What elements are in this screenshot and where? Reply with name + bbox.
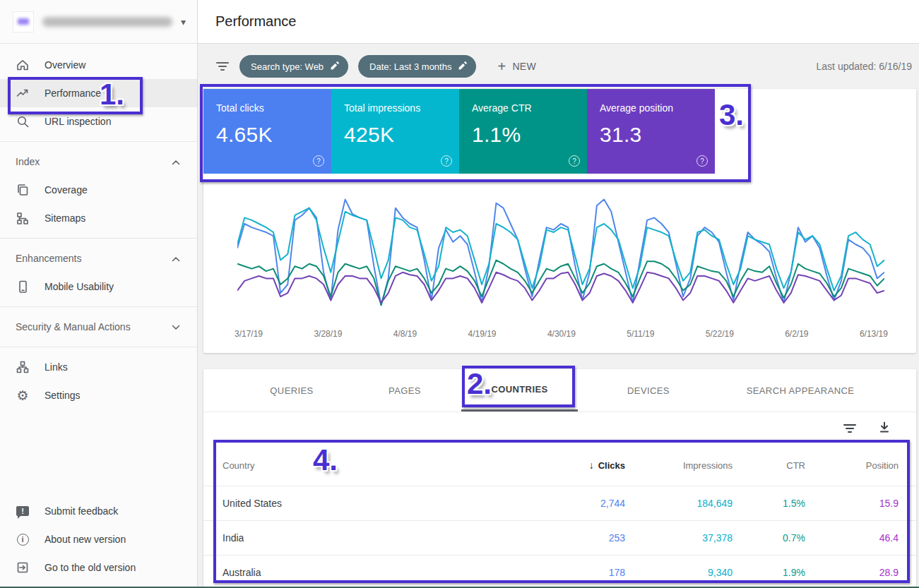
x-tick: 4/8/19: [393, 329, 417, 339]
feedback-icon: !: [16, 504, 30, 518]
help-icon[interactable]: ?: [441, 155, 452, 167]
sidebar: ▾ Overview Performance URL inspection: [0, 0, 198, 588]
sidebar-divider: [0, 306, 197, 307]
cell-position: 28.9: [805, 567, 899, 578]
tab-pages[interactable]: PAGES: [348, 369, 461, 412]
date-range-chip[interactable]: Date: Last 3 months: [358, 55, 476, 78]
chart-x-axis-labels: 3/17/19 3/28/19 4/8/19 4/19/19 4/30/19 5…: [235, 329, 888, 339]
new-label: NEW: [512, 61, 536, 72]
table-row-india[interactable]: India 253 37,378 0.7% 46.4: [203, 521, 916, 556]
sidebar-item-label: Links: [45, 361, 68, 373]
content: Total clicks 4.65K ? Total impressions 4…: [198, 89, 919, 588]
x-tick: 3/28/19: [314, 329, 342, 339]
table-row-australia[interactable]: Australia 178 9,340 1.9% 28.9: [203, 556, 916, 588]
average-position-card[interactable]: Average position 31.3 ?: [587, 89, 715, 174]
metric-summary-row: Total clicks 4.65K ? Total impressions 4…: [203, 89, 916, 174]
sidebar-item-about-new-version[interactable]: i About new version: [0, 525, 197, 553]
cell-country: Australia: [223, 567, 519, 578]
tab-devices[interactable]: DEVICES: [578, 369, 719, 412]
average-ctr-card[interactable]: Average CTR 1.1% ?: [459, 89, 587, 174]
search-type-chip[interactable]: Search type: Web: [239, 55, 348, 78]
tab-countries[interactable]: COUNTRIES: [461, 369, 578, 412]
sidebar-section-enhancements[interactable]: Enhancements: [0, 244, 197, 272]
sidebar-item-label: Settings: [45, 390, 81, 401]
property-selector[interactable]: ▾: [0, 0, 197, 44]
sidebar-item-url-inspection[interactable]: URL inspection: [0, 107, 197, 136]
column-header-clicks-sorted[interactable]: ↓Clicks: [519, 460, 625, 471]
home-icon: [16, 58, 30, 72]
x-tick: 5/22/19: [706, 329, 734, 339]
sidebar-item-label: Go to the old version: [45, 562, 136, 573]
sidebar-item-settings[interactable]: ⚙ Settings: [0, 381, 197, 409]
sidebar-item-label: Coverage: [45, 184, 88, 196]
sidebar-item-mobile-usability[interactable]: Mobile Usability: [0, 272, 197, 301]
cell-country: United States: [223, 498, 519, 509]
sidebar-item-label: Submit feedback: [45, 505, 118, 517]
sidebar-section-security-manual-actions[interactable]: Security & Manual Actions: [0, 313, 197, 341]
metric-label: Average CTR: [472, 102, 587, 114]
cell-position: 15.9: [805, 498, 899, 509]
help-icon[interactable]: ?: [696, 155, 708, 167]
coverage-pages-icon: [16, 183, 30, 197]
page-title: Performance: [215, 13, 297, 30]
new-filter-button[interactable]: + NEW: [497, 59, 536, 73]
total-impressions-card[interactable]: Total impressions 425K ?: [331, 89, 459, 174]
cell-ctr: 0.7%: [733, 532, 805, 544]
sidebar-divider: [0, 238, 197, 239]
section-label: Security & Manual Actions: [16, 321, 131, 332]
help-icon[interactable]: ?: [313, 155, 324, 167]
sidebar-bottom: ! Submit feedback i About new version Go…: [0, 497, 197, 582]
cell-clicks: 2,744: [519, 498, 625, 509]
table-filter-icon[interactable]: [843, 424, 857, 433]
sidebar-item-overview[interactable]: Overview: [0, 51, 197, 79]
pencil-edit-icon[interactable]: [458, 61, 468, 73]
last-updated-text: Last updated: 6/16/19: [817, 61, 913, 72]
sidebar-item-coverage[interactable]: Coverage: [0, 176, 197, 204]
cell-position: 46.4: [805, 532, 899, 544]
metric-label: Total impressions: [344, 102, 459, 114]
column-header-country[interactable]: Country: [223, 460, 519, 471]
plus-icon: +: [497, 59, 506, 73]
sidebar-item-label: About new version: [45, 534, 126, 545]
page-header: Performance: [198, 0, 919, 44]
sidebar-item-performance[interactable]: Performance: [0, 79, 197, 107]
column-header-impressions[interactable]: Impressions: [625, 460, 733, 471]
sidebar-item-label: Sitemaps: [45, 212, 85, 224]
metric-value: 425K: [344, 123, 459, 147]
sidebar-item-submit-feedback[interactable]: ! Submit feedback: [0, 497, 197, 525]
cell-impressions: 184,649: [625, 498, 733, 509]
section-label: Enhancements: [16, 253, 81, 264]
cell-clicks: 253: [519, 532, 625, 544]
sidebar-section-index[interactable]: Index: [0, 148, 197, 176]
chip-label: Search type: Web: [251, 61, 324, 72]
sidebar-item-label: Mobile Usability: [45, 281, 114, 292]
dimensions-table-card: QUERIES PAGES COUNTRIES DEVICES SEARCH A…: [203, 369, 916, 588]
exit-arrow-icon: [16, 560, 30, 575]
sidebar-item-links[interactable]: Links: [0, 353, 197, 381]
chart-line-impressions: [237, 208, 884, 291]
help-icon[interactable]: ?: [569, 155, 580, 167]
tab-queries[interactable]: QUERIES: [235, 369, 348, 412]
pencil-edit-icon[interactable]: [330, 61, 340, 73]
chip-label: Date: Last 3 months: [369, 61, 451, 72]
section-label: Index: [16, 156, 40, 167]
filter-icon[interactable]: [215, 62, 230, 71]
sidebar-item-sitemaps[interactable]: Sitemaps: [0, 204, 197, 232]
property-url-blurred: [42, 17, 172, 27]
search-icon: [16, 114, 30, 128]
metric-value: 31.3: [600, 123, 715, 147]
time-series-chart[interactable]: [237, 193, 884, 315]
caret-down-icon: ▾: [181, 16, 186, 28]
table-row-united-states[interactable]: United States 2,744 184,649 1.5% 15.9: [203, 486, 916, 521]
property-logo-mark: [18, 18, 29, 25]
tab-search-appearance[interactable]: SEARCH APPEARANCE: [719, 369, 882, 412]
filter-bar: Search type: Web Date: Last 3 months + N…: [198, 44, 919, 89]
column-header-position[interactable]: Position: [805, 460, 899, 471]
total-clicks-card[interactable]: Total clicks 4.65K ?: [203, 89, 331, 174]
sidebar-divider: [0, 141, 197, 142]
cell-ctr: 1.5%: [733, 498, 805, 509]
download-icon[interactable]: [878, 421, 891, 436]
column-header-ctr[interactable]: CTR: [733, 460, 805, 471]
sidebar-item-go-to-old-version[interactable]: Go to the old version: [0, 553, 197, 582]
chevron-down-icon: [172, 321, 180, 332]
